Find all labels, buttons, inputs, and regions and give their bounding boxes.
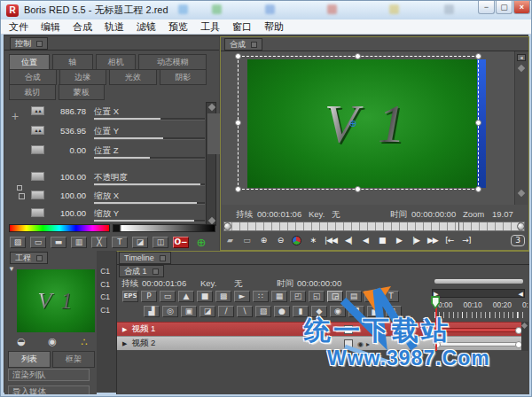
text-box-tool-icon[interactable]: T bbox=[112, 237, 128, 248]
grid-dots-tool-icon[interactable]: ∷ bbox=[253, 291, 269, 302]
rounded-shape-tool-icon[interactable]: ▭ bbox=[160, 291, 176, 302]
corner-arrow-icon[interactable]: ↴ bbox=[386, 306, 402, 317]
render-jug-icon[interactable]: ◒ bbox=[13, 336, 29, 347]
scrubber-end-handle[interactable] bbox=[517, 222, 525, 230]
image-tool-icon[interactable]: ▣ bbox=[181, 306, 197, 317]
menu-help[interactable]: 帮助 bbox=[264, 20, 284, 34]
menu-composite[interactable]: 合成 bbox=[73, 20, 92, 34]
cursor-tool-icon[interactable]: ► bbox=[234, 291, 250, 302]
zoom-in-icon[interactable]: ⊕ bbox=[258, 235, 269, 246]
folder-2t-icon[interactable]: ◲ bbox=[327, 291, 343, 302]
selection-marquee[interactable] bbox=[238, 56, 479, 190]
sphere-3d-icon[interactable]: ● bbox=[274, 306, 290, 317]
keyframe-graph-icon[interactable]: ▲▲ bbox=[31, 126, 44, 135]
step-forward-icon[interactable]: |▶ bbox=[411, 235, 421, 246]
param-value[interactable]: 536.95 bbox=[49, 126, 86, 136]
render-queue-button[interactable]: 渲染列队 bbox=[8, 369, 90, 381]
folder-open-icon[interactable]: ◰ bbox=[290, 291, 306, 302]
cylinder-3d-icon[interactable]: ▮ bbox=[293, 306, 309, 317]
value-swatch-icon[interactable] bbox=[31, 172, 44, 181]
collapse-panel-icon[interactable]: ◂ bbox=[517, 54, 526, 61]
pencil-tool-icon[interactable]: / bbox=[218, 306, 234, 317]
value-swatch-icon[interactable] bbox=[31, 191, 44, 199]
scroll-down-icon[interactable] bbox=[518, 190, 525, 197]
tab-shadow[interactable]: 阴影 bbox=[160, 69, 207, 85]
tab-dock-icon[interactable] bbox=[36, 255, 43, 261]
chart-tool-icon[interactable]: ▟ bbox=[144, 306, 160, 317]
eps-tool-icon[interactable]: EPS bbox=[122, 291, 138, 302]
tab-motion-blur[interactable]: 动态模糊 bbox=[138, 54, 207, 70]
shape-overlay-icon[interactable]: ▭ bbox=[241, 235, 252, 246]
selection-handle[interactable] bbox=[235, 53, 241, 59]
cut-tool-icon[interactable]: ╳ bbox=[91, 237, 107, 248]
play-fast-icon[interactable]: ▶▶ bbox=[427, 235, 438, 246]
media-folder-icon[interactable]: ◉ bbox=[330, 306, 346, 317]
stop-icon[interactable]: ■ bbox=[377, 235, 387, 246]
scroll-up-icon[interactable] bbox=[518, 65, 525, 72]
track-eye-icon[interactable]: ◉ bbox=[357, 339, 364, 350]
mark-in-icon[interactable]: [← bbox=[444, 235, 455, 246]
project-thumbnail[interactable]: V 1 bbox=[17, 269, 95, 332]
expand-track-icon[interactable]: ▶ bbox=[122, 340, 127, 347]
motion-target-icon[interactable]: ⊕ bbox=[193, 237, 209, 248]
param-value[interactable]: 0.00 bbox=[49, 145, 86, 155]
tab-timeline[interactable]: Timeline bbox=[119, 252, 171, 264]
preview-scrollbar[interactable]: ◂ bbox=[514, 51, 528, 205]
selection-handle[interactable] bbox=[235, 186, 241, 192]
wheel-tool-icon[interactable]: ◎ bbox=[162, 306, 178, 317]
p-tool-icon[interactable]: P bbox=[141, 291, 157, 302]
menu-window[interactable]: 窗口 bbox=[232, 20, 252, 34]
scroll-up-icon[interactable] bbox=[521, 323, 528, 329]
track-media-bar[interactable] bbox=[435, 342, 520, 346]
mark-out-icon[interactable]: →] bbox=[461, 235, 472, 246]
histogram-icon[interactable]: ▅ bbox=[367, 306, 383, 317]
track-solo-icon[interactable]: ▸ bbox=[366, 339, 370, 350]
param-value[interactable]: 100.00 bbox=[49, 208, 86, 218]
folder-export-icon[interactable]: ◱ bbox=[309, 291, 325, 302]
tab-edge[interactable]: 边缘 bbox=[59, 69, 107, 85]
timeline-zoom-range[interactable]: ▶ ◀ bbox=[432, 289, 525, 298]
cube-3d-icon[interactable]: ▧ bbox=[255, 306, 271, 317]
italic-text-tool-icon[interactable]: T bbox=[364, 291, 380, 302]
selection-handle[interactable] bbox=[235, 120, 241, 126]
rect-tool-icon[interactable]: ■ bbox=[197, 291, 213, 302]
param-slider[interactable] bbox=[94, 118, 205, 121]
effects-icon[interactable]: ∗ bbox=[308, 235, 318, 246]
track-name[interactable]: 视频 2 bbox=[131, 338, 155, 349]
field-select-icon[interactable]: 3 bbox=[511, 235, 525, 246]
range-left-arrow-icon[interactable]: ▶ bbox=[434, 291, 438, 297]
preview-scrubber[interactable] bbox=[223, 222, 525, 231]
menu-tools[interactable]: 工具 bbox=[200, 20, 220, 34]
scrubber-handle[interactable] bbox=[223, 222, 231, 230]
caution-trefoil-icon[interactable]: ∴ bbox=[75, 336, 91, 347]
param-value[interactable]: 100.00 bbox=[49, 191, 86, 200]
tab-project[interactable]: 工程 bbox=[10, 252, 48, 264]
menu-preview[interactable]: 预览 bbox=[168, 20, 188, 34]
rgb-channels-icon[interactable] bbox=[292, 236, 301, 245]
param-slider[interactable] bbox=[94, 220, 205, 222]
media-browser-icon[interactable]: ▨ bbox=[10, 237, 26, 248]
track-checkbox[interactable] bbox=[344, 325, 353, 334]
selection-handle[interactable] bbox=[475, 53, 481, 59]
control-scrollbar[interactable] bbox=[206, 102, 216, 226]
tab-list[interactable]: 列表 bbox=[8, 351, 51, 368]
tab-crop[interactable]: 裁切 bbox=[9, 84, 56, 100]
table-tool-icon[interactable]: ▤ bbox=[346, 291, 362, 302]
scroll-down-icon[interactable] bbox=[208, 217, 215, 224]
tab-frame[interactable]: 框架 bbox=[52, 351, 95, 368]
tab-dock-icon[interactable] bbox=[153, 269, 159, 275]
timeline-h-scrollbar[interactable] bbox=[434, 279, 523, 284]
time-ruler-ticks[interactable] bbox=[434, 312, 527, 318]
tab-composite-view[interactable]: 合成 bbox=[224, 38, 262, 51]
columns-tool-icon[interactable]: ▦ bbox=[271, 291, 287, 302]
selection-handle[interactable] bbox=[355, 53, 361, 59]
track-name[interactable]: 视频 1 bbox=[131, 323, 155, 335]
keyframe-key-icon[interactable]: O− bbox=[173, 237, 189, 248]
track-checkbox[interactable] bbox=[344, 339, 353, 348]
tab-dock-icon[interactable] bbox=[160, 255, 166, 261]
tree-tool-icon[interactable]: ▲ bbox=[178, 291, 194, 302]
param-slider[interactable] bbox=[94, 137, 205, 140]
minimize-button[interactable]: − bbox=[478, 1, 495, 14]
zoom-out-icon[interactable]: ⊖ bbox=[275, 235, 286, 246]
title-bar[interactable]: R Boris RED 5.5 - 无标题工程 2.red −▢× bbox=[1, 1, 532, 19]
